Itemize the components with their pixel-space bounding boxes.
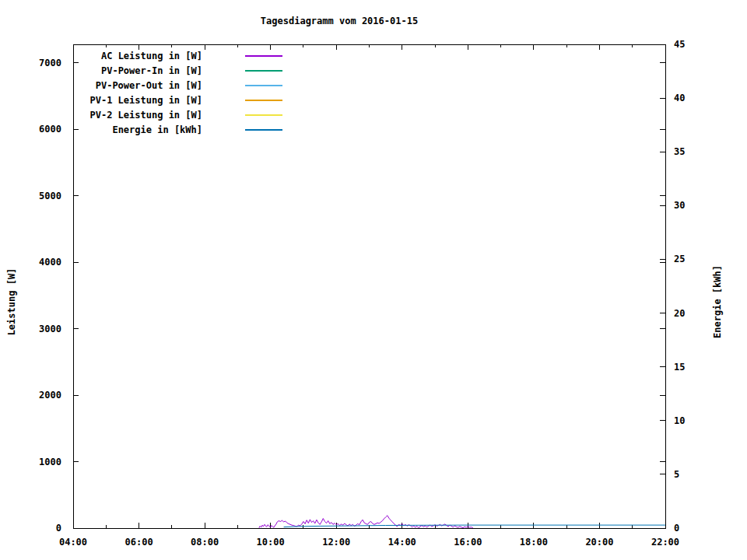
y2-tick-label: 40 [674,93,685,103]
x-tick-label: 04:00 [59,537,87,548]
x-tick-label: 22:00 [651,537,679,548]
y-tick-label: 6000 [39,124,61,135]
y-tick-label: 1000 [39,457,61,467]
y2-tick-label: 0 [674,523,679,534]
y-tick-label: 0 [56,523,61,534]
x-tick-label: 16:00 [454,537,482,548]
legend-label: PV-1 Leistung in [W] [90,95,203,106]
x-tick-label: 08:00 [191,537,219,548]
x-tick-label: 06:00 [124,537,153,548]
y-axis-label: Leistung [W] [6,268,17,336]
tagesdiagramm-chart: 04:0006:0008:0010:0012:0014:0016:0018:00… [0,0,747,560]
x-tick-label: 20:00 [585,537,613,548]
legend-label: PV-Power-In in [W] [101,65,202,76]
legend-label: Energie in [kWh] [112,124,202,135]
series-line-energie-in-kwh- [284,525,665,527]
y2-tick-label: 45 [674,39,685,50]
y2-tick-label: 5 [674,469,679,480]
y-tick-label: 3000 [39,324,61,334]
y2-tick-label: 35 [674,146,685,157]
legend-label: PV-2 Leistung in [W] [90,110,203,121]
plot-area: 04:0006:0008:0010:0012:0014:0016:0018:00… [0,0,747,560]
y-tick-label: 2000 [39,390,61,401]
legend-label: AC Leistung in [W] [101,51,202,61]
x-tick-label: 10:00 [257,537,285,548]
y2-tick-label: 10 [674,415,685,426]
y2-tick-label: 20 [674,308,685,319]
y2-axis-label: Energie [kWh] [712,265,723,338]
y-tick-label: 4000 [39,257,61,268]
x-tick-label: 18:00 [520,537,548,548]
chart-title: Tagesdiagramm vom 2016-01-15 [261,16,418,26]
x-tick-label: 12:00 [322,537,350,548]
x-tick-label: 14:00 [388,537,416,548]
y2-tick-label: 30 [674,200,685,211]
y2-tick-label: 15 [674,362,685,373]
legend-label: PV-Power-Out in [W] [96,80,202,91]
y-tick-label: 7000 [39,58,61,68]
y2-tick-label: 25 [674,254,685,264]
y-tick-label: 5000 [39,191,61,201]
